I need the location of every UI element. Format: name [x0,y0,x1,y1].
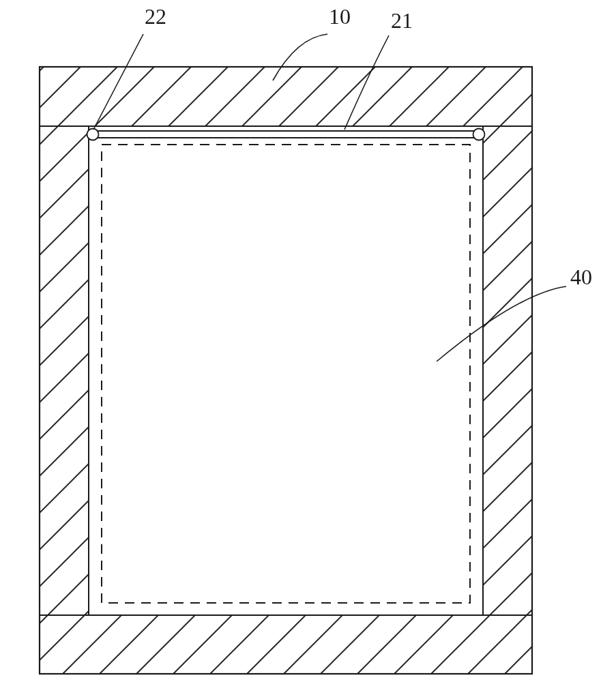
label-40: 40 [570,265,592,290]
svg-rect-4 [40,67,532,674]
label-10: 10 [329,4,351,29]
rod-end-right [473,129,485,140]
rod-end-left [87,129,99,140]
dashed-rect-40 [102,145,470,603]
diagram-canvas: 22 10 21 40 [0,0,616,682]
diagram-svg [0,0,616,682]
hatched-frame [40,67,532,674]
label-22: 22 [145,4,166,29]
outer-rect [40,67,532,674]
label-21: 21 [391,8,413,33]
